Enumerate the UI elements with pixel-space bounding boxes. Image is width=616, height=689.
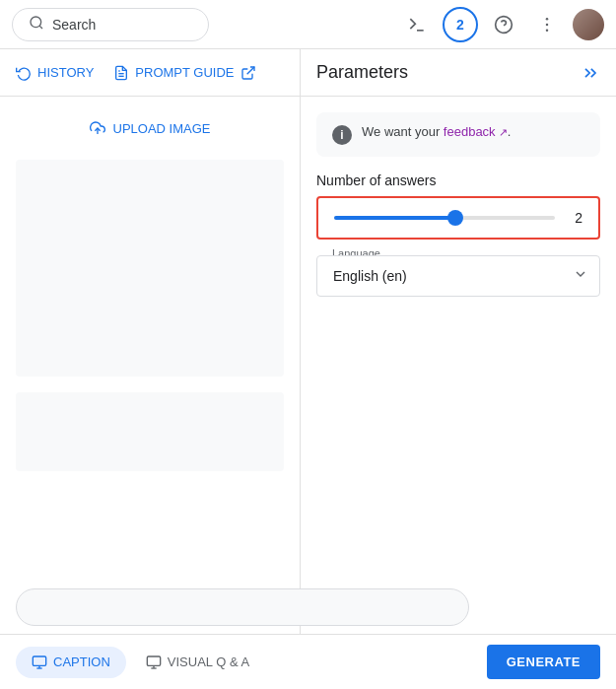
top-bar: Search 2 xyxy=(0,0,616,49)
slider-wrapper xyxy=(334,216,555,220)
feedback-text: We want your feedback. xyxy=(362,124,511,139)
tab-caption-label: CAPTION xyxy=(53,655,110,669)
svg-rect-12 xyxy=(33,656,45,665)
slider-section: Number of answers 2 xyxy=(316,172,600,240)
parameters-title: Parameters xyxy=(316,62,408,83)
nav-bar: HISTORY PROMPT GUIDE Parameters xyxy=(0,49,616,97)
number-of-answers-label: Number of answers xyxy=(316,172,600,188)
tab-visual-qa-label: VISUAL Q & A xyxy=(168,655,249,669)
generate-button[interactable]: GENERATE xyxy=(487,645,600,679)
input-area xyxy=(0,581,616,634)
prompt-guide-label: PROMPT GUIDE xyxy=(135,65,234,80)
history-nav-item[interactable]: HISTORY xyxy=(16,61,94,85)
more-options-icon-button[interactable] xyxy=(529,7,565,42)
svg-line-1 xyxy=(39,26,42,29)
nav-right: Parameters xyxy=(301,49,616,96)
tab-caption[interactable]: CAPTION xyxy=(16,647,126,678)
slider-value: 2 xyxy=(567,210,582,226)
nav-left: HISTORY PROMPT GUIDE xyxy=(0,49,301,96)
svg-line-10 xyxy=(246,67,253,74)
feedback-link[interactable]: feedback xyxy=(444,124,508,139)
top-bar-actions: 2 xyxy=(399,7,604,42)
svg-point-6 xyxy=(546,23,549,26)
history-label: HISTORY xyxy=(37,65,94,80)
avatar[interactable] xyxy=(573,9,604,40)
search-label: Search xyxy=(52,17,96,33)
help-icon-button[interactable] xyxy=(486,7,521,42)
info-icon: i xyxy=(332,125,352,145)
terminal-icon-button[interactable] xyxy=(399,7,435,42)
prompt-guide-nav-item[interactable]: PROMPT GUIDE xyxy=(113,61,255,85)
language-select-wrapper: English (en) French (fr) Spanish (es) Ge… xyxy=(316,255,600,297)
bottom-bar: CAPTION VISUAL Q & A GENERATE xyxy=(0,634,616,689)
text-placeholder xyxy=(16,392,284,471)
main-content: UPLOAD IMAGE i We want your feedback. Nu… xyxy=(0,97,616,634)
right-panel: i We want your feedback. Number of answe… xyxy=(301,97,616,634)
upload-label: UPLOAD IMAGE xyxy=(113,121,211,136)
left-panel: UPLOAD IMAGE xyxy=(0,97,301,634)
svg-point-7 xyxy=(546,29,549,32)
badge-count-button[interactable]: 2 xyxy=(443,7,478,42)
svg-rect-15 xyxy=(147,656,160,665)
collapse-button[interactable] xyxy=(581,63,600,83)
feedback-banner: i We want your feedback. xyxy=(316,112,600,157)
tab-visual-qa[interactable]: VISUAL Q & A xyxy=(130,647,265,678)
slider-container: 2 xyxy=(316,196,600,240)
svg-point-5 xyxy=(546,17,549,20)
search-icon xyxy=(29,15,44,34)
text-input[interactable] xyxy=(16,588,469,626)
language-select[interactable]: English (en) French (fr) Spanish (es) Ge… xyxy=(316,255,600,297)
image-placeholder xyxy=(16,160,284,377)
search-box[interactable]: Search xyxy=(12,8,209,41)
svg-point-0 xyxy=(31,17,41,28)
language-section: Language English (en) French (fr) Spanis… xyxy=(316,255,600,297)
upload-image-button[interactable]: UPLOAD IMAGE xyxy=(16,112,284,144)
